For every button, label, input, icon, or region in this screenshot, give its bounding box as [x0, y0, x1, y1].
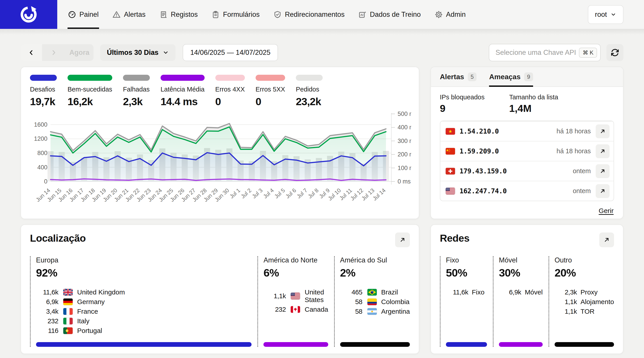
nav-tab-icon: AI [358, 11, 366, 19]
region-name: América do Sul [340, 256, 410, 264]
nav-tab-icon [160, 11, 168, 19]
network-type-name: Alojamento [580, 298, 614, 306]
network-type-count: 1,1k [554, 298, 577, 306]
svg-text:200 ms: 200 ms [398, 151, 411, 158]
region-share-bar [36, 342, 252, 347]
networks-title: Redes [440, 232, 470, 244]
nav-tab[interactable]: Registos [159, 0, 198, 29]
region-country-list: 465 Brazil 58 Colombia 58 Argentina [340, 288, 410, 315]
network-percent: 20% [554, 266, 614, 279]
country-row: 6,9k Germany [36, 298, 252, 306]
country-flag-icon [446, 128, 455, 135]
now-button[interactable]: Agora [65, 44, 94, 61]
nav-tab[interactable]: Admin [434, 0, 466, 29]
country-name: Colombia [381, 298, 410, 306]
country-flag-icon [368, 298, 377, 305]
manage-link[interactable]: Gerir [598, 207, 614, 215]
toolbar: Agora Últimos 30 Dias 14/06/2025 — 14/07… [20, 44, 624, 61]
nav-tab[interactable]: Formulários [211, 0, 260, 29]
stat-label: Pedidos [296, 86, 319, 93]
network-share-bar [499, 342, 543, 347]
network-name: Móvel [499, 256, 543, 264]
api-key-placeholder: Selecione uma Chave API [496, 49, 579, 57]
networks-expand-button[interactable] [599, 232, 614, 247]
prev-period-button[interactable] [20, 44, 42, 61]
range-preset-button[interactable]: Últimos 30 Dias [100, 44, 176, 61]
network-type-list: 6,9k Móvel [499, 288, 543, 296]
blocked-time: ontem [573, 187, 591, 195]
chevron-down-icon [162, 50, 169, 56]
svg-text:Jul 2: Jul 2 [240, 187, 252, 200]
nav-tab[interactable]: Painel [68, 0, 99, 29]
blocked-time: há 18 horas [556, 128, 591, 135]
region-section: Europa 92% 11,6k United Kingdom 6,9k Ger… [30, 256, 252, 347]
country-count: 465 [340, 288, 362, 296]
networks-card: Redes Fixo 50% 11,6k Fixo [430, 224, 624, 354]
open-ip-button[interactable] [596, 184, 610, 198]
blocked-ip-row: 179.43.159.0 ontem [440, 161, 614, 181]
stat-value: 23,2k [296, 95, 321, 108]
country-row: 116 Portugal [36, 327, 252, 334]
open-ip-button[interactable] [596, 144, 610, 158]
country-flag-icon [368, 308, 377, 315]
blocked-ip-list: 1.54.210.0 há 18 horas 1.59.209.0 há 18 … [440, 121, 614, 201]
region-name: América do Norte [264, 256, 328, 264]
network-section: Fixo 50% 11,6k Fixo [440, 256, 487, 347]
network-type-count: 6,9k [499, 288, 521, 296]
stat-color-pill [30, 75, 57, 81]
stat-label: Bem-sucedidas [68, 86, 112, 93]
country-flag-icon [446, 148, 455, 155]
open-ip-button[interactable] [596, 124, 610, 138]
nav-tab-label: Dados de Treino [370, 11, 420, 19]
region-country-list: 11,6k United Kingdom 6,9k Germany 3,4k [36, 288, 252, 334]
region-percent: 6% [264, 266, 328, 279]
network-sections: Fixo 50% 11,6k Fixo Móvel 30% [440, 256, 614, 347]
open-ip-button[interactable] [596, 164, 610, 178]
network-type-name: Fixo [472, 288, 484, 296]
country-row: 232 Italy [36, 317, 252, 325]
date-range-field[interactable]: 14/06/2025 — 14/07/2025 [183, 44, 278, 61]
traffic-chart[interactable]: 0400800120016000 ms100 ms200 ms300 ms400… [30, 112, 410, 211]
brand-logo[interactable] [0, 0, 57, 29]
network-type-name: Móvel [525, 288, 543, 296]
svg-text:500 ms: 500 ms [398, 112, 411, 117]
country-row: 1,1k United States [264, 288, 328, 304]
api-key-select[interactable]: Selecione uma Chave API ⌘ K [489, 44, 600, 61]
svg-text:Jul 4: Jul 4 [262, 187, 275, 200]
chevron-down-icon [610, 12, 616, 18]
region-share-bar [340, 342, 410, 347]
user-menu-button[interactable]: root [588, 5, 624, 24]
stat-color-pill [160, 75, 204, 81]
svg-text:Jul 8: Jul 8 [306, 187, 320, 200]
arrow-up-right-icon [599, 168, 606, 175]
country-flag-icon [63, 318, 73, 324]
threats-tab[interactable]: Ameaças 9 [489, 67, 533, 86]
nav-tab[interactable]: AI Dados de Treino [358, 0, 421, 29]
country-name: Argentina [381, 308, 410, 315]
blocked-time: há 18 horas [556, 147, 591, 155]
next-period-button[interactable] [42, 44, 65, 61]
location-expand-button[interactable] [395, 232, 410, 247]
main-nav: Painel Alertas Registos Formulários Redi… [68, 0, 466, 29]
stat-value: 16,2k [68, 95, 93, 108]
country-row: 58 Argentina [340, 308, 410, 315]
refresh-button[interactable] [606, 44, 624, 61]
network-type-row: 2,3k Proxy [554, 288, 614, 296]
svg-text:0 ms: 0 ms [398, 178, 411, 185]
blocked-ip-address: 179.43.159.0 [460, 167, 507, 175]
stat: Falhadas 2,3k [123, 75, 150, 108]
nav-tab[interactable]: Redirecionamentos [273, 0, 345, 29]
threats-tab[interactable]: Alertas 5 [440, 67, 476, 86]
nav-tab[interactable]: Alertas [112, 0, 146, 29]
network-type-name: Proxy [580, 288, 598, 296]
blocked-ip-address: 1.59.209.0 [460, 147, 499, 155]
network-share-bar [446, 342, 487, 347]
stat-value: 19,7k [30, 95, 55, 108]
country-count: 58 [340, 308, 362, 315]
nav-tab-icon [274, 11, 282, 19]
country-count: 11,6k [36, 288, 58, 296]
svg-text:800: 800 [37, 150, 48, 156]
threats-stats: IPs bloqueados 9 Tamanho da lista 1,4M [431, 87, 623, 114]
stat-color-pill [123, 75, 150, 81]
svg-text:AI: AI [360, 13, 364, 17]
